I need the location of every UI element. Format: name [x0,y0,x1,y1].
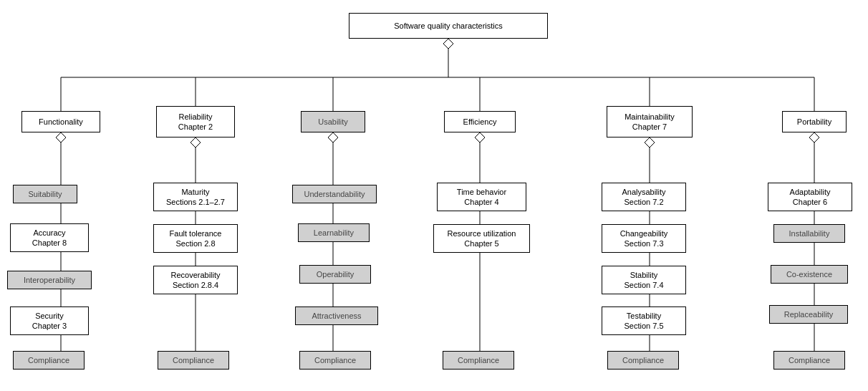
accuracy-node: Accuracy Chapter 8 [10,223,89,252]
changeability-label: Changeability Section 7.3 [620,228,668,249]
functionality-node: Functionality [21,111,100,132]
compliance-r-node: Compliance [158,351,229,370]
functionality-label: Functionality [39,117,83,127]
attractiveness-label: Attractiveness [312,311,361,321]
suitability-label: Suitability [28,189,62,199]
fault-tolerance-node: Fault tolerance Section 2.8 [153,224,238,253]
compliance-u-node: Compliance [299,351,371,370]
compliance-p-node: Compliance [773,351,845,370]
changeability-node: Changeability Section 7.3 [602,224,686,253]
coexistence-label: Co-existence [786,269,832,279]
root-label: Software quality characteristics [394,21,503,31]
svg-marker-53 [443,39,453,49]
svg-marker-51 [645,137,655,148]
usability-node: Usability [301,111,365,132]
analysability-node: Analysability Section 7.2 [602,183,686,211]
compliance-f-label: Compliance [28,355,69,365]
learnability-node: Learnability [298,223,370,242]
understandability-node: Understandability [292,185,377,203]
root-node: Software quality characteristics [349,13,548,39]
recoverability-label: Recoverability Section 2.8.4 [170,270,220,291]
compliance-f-node: Compliance [13,351,85,370]
adaptability-label: Adaptability Chapter 6 [790,187,831,208]
efficiency-node: Efficiency [444,111,516,132]
maturity-label: Maturity Sections 2.1–2.7 [166,187,225,208]
svg-marker-48 [191,137,201,148]
interoperability-node: Interoperability [7,271,92,289]
maintainability-node: Maintainability Chapter 7 [607,106,693,137]
interoperability-label: Interoperability [24,275,75,285]
reliability-node: Reliability Chapter 2 [156,106,235,137]
compliance-e-node: Compliance [443,351,514,370]
portability-label: Portability [797,117,831,127]
compliance-e-label: Compliance [458,355,499,365]
security-label: Security Chapter 3 [32,311,67,332]
testability-node: Testability Section 7.5 [602,306,686,335]
efficiency-label: Efficiency [463,117,497,127]
compliance-p-label: Compliance [789,355,830,365]
analysability-label: Analysability Section 7.2 [622,187,665,208]
security-node: Security Chapter 3 [10,306,89,335]
installability-node: Installability [773,224,845,243]
installability-label: Installability [789,228,830,238]
svg-marker-52 [809,132,819,143]
reliability-label: Reliability Chapter 2 [178,112,213,132]
operability-node: Operability [299,265,371,284]
replaceability-label: Replaceability [784,309,833,319]
testability-label: Testability Section 7.5 [624,311,663,332]
understandability-label: Understandability [304,189,365,199]
stability-label: Stability Section 7.4 [624,270,663,291]
maintainability-label: Maintainability Chapter 7 [625,112,675,132]
learnability-label: Learnability [314,228,354,238]
attractiveness-node: Attractiveness [295,306,378,325]
svg-marker-47 [56,132,66,143]
compliance-r-label: Compliance [173,355,214,365]
compliance-m-node: Compliance [607,351,679,370]
resource-util-node: Resource utilization Chapter 5 [433,224,530,253]
time-behavior-label: Time behavior Chapter 4 [457,187,506,208]
maturity-node: Maturity Sections 2.1–2.7 [153,183,238,211]
time-behavior-node: Time behavior Chapter 4 [437,183,526,211]
adaptability-node: Adaptability Chapter 6 [768,183,852,211]
suitability-node: Suitability [13,185,77,203]
stability-node: Stability Section 7.4 [602,266,686,294]
coexistence-node: Co-existence [771,265,848,284]
usability-label: Usability [318,117,348,127]
replaceability-node: Replaceability [769,305,848,324]
svg-marker-49 [328,132,338,143]
svg-marker-50 [475,132,485,143]
compliance-u-label: Compliance [314,355,356,365]
recoverability-node: Recoverability Section 2.8.4 [153,266,238,294]
portability-node: Portability [782,111,847,132]
resource-util-label: Resource utilization Chapter 5 [448,228,516,249]
accuracy-label: Accuracy Chapter 8 [32,228,67,248]
fault-tolerance-label: Fault tolerance Section 2.8 [170,228,222,249]
compliance-m-label: Compliance [622,355,664,365]
diagram: Software quality characteristics Functio… [0,0,868,391]
connector-lines [0,0,868,391]
operability-label: Operability [317,269,355,279]
